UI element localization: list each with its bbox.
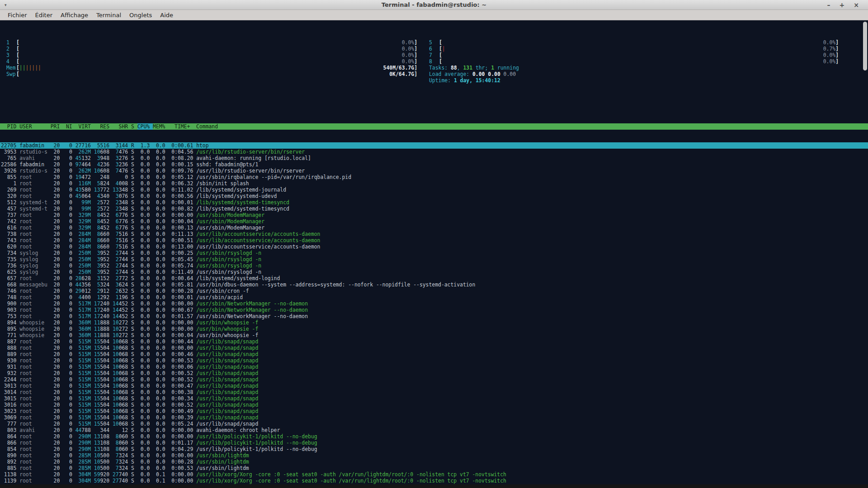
cpu-meter-8: 8[0.0%]: [427, 58, 839, 65]
process-row[interactable]: 748 root 20 0 4400 1292 1196 S 0.0 0.0 0…: [0, 294, 868, 300]
window-controls: –+×: [827, 2, 868, 8]
tasks-line: Tasks: 88, 131 thr; 1 running: [427, 65, 839, 71]
process-row[interactable]: 3013 root 20 0 515M 15504 10068 S 0.0 0.…: [0, 383, 868, 389]
process-list: 22705 fabadmin 20 0 27716 5516 3144 R 1.…: [0, 142, 868, 488]
process-row[interactable]: 854 root 20 0 290M 13108 8060 S 0.0 0.0 …: [0, 446, 868, 452]
process-row[interactable]: 625 syslog 20 0 250M 3952 2744 S 0.0 0.0…: [0, 269, 868, 275]
process-row[interactable]: 738 root 20 0 284M 8660 7516 S 0.0 0.0 0…: [0, 231, 868, 237]
process-row[interactable]: 3016 root 20 0 515M 15504 10068 S 0.0 0.…: [0, 402, 868, 408]
menu-item-aide[interactable]: Aide: [156, 11, 177, 19]
process-row[interactable]: 457 systemd-t 20 0 99M 2572 2348 S 0.0 0…: [0, 206, 868, 212]
swap-meter: Swp[0K/64.7G]: [5, 71, 417, 77]
process-row[interactable]: 888 root 20 0 515M 15504 10068 S 0.0 0.0…: [0, 345, 868, 351]
minimize-button[interactable]: –: [827, 2, 830, 8]
process-row[interactable]: 737 root 20 0 329M 8452 6776 S 0.0 0.0 0…: [0, 212, 868, 218]
window-menu-icon[interactable]: ▾: [5, 3, 7, 7]
process-row[interactable]: 887 root 20 0 515M 15504 10068 S 0.0 0.0…: [0, 338, 868, 345]
menu-item-diter[interactable]: Éditer: [31, 11, 57, 19]
process-row[interactable]: 864 root 20 0 290M 13108 8060 S 0.0 0.0 …: [0, 433, 868, 440]
cpu-meter-3: 3[0.0%]: [5, 52, 417, 58]
process-row[interactable]: 866 root 20 0 290M 13108 8060 S 0.0 0.0 …: [0, 440, 868, 446]
process-row[interactable]: 777 root 20 0 515M 15504 10068 S 0.0 0.0…: [0, 421, 868, 427]
process-row[interactable]: 3953 rstudio-s 20 0 262M 10608 7476 S 0.…: [0, 149, 868, 155]
uptime-line: Uptime: 1 day, 15:40:12: [427, 77, 839, 84]
process-row[interactable]: 3015 root 20 0 515M 15504 10068 S 0.0 0.…: [0, 395, 868, 402]
process-row[interactable]: 771 whoopsie 20 0 360M 11888 10272 S 0.0…: [0, 332, 868, 338]
process-row[interactable]: 1139 root 20 0 304M 59920 27740 S 0.0 0.…: [0, 478, 868, 484]
cpu-meter-6: 6[|0.7%]: [427, 46, 839, 52]
table-header[interactable]: PID USER PRI NI VIRT RES SHR S CPU% MEM%…: [0, 123, 868, 130]
scrollbar[interactable]: [862, 21, 868, 484]
process-row[interactable]: 734 syslog 20 0 250M 3952 2744 S 0.0 0.0…: [0, 250, 868, 256]
process-row[interactable]: 932 root 20 0 515M 15504 10068 S 0.0 0.0…: [0, 370, 868, 376]
process-row[interactable]: 855 root 20 0 19472 248 0 S 0.0 0.0 0:05…: [0, 174, 868, 180]
process-row[interactable]: 903 root 20 0 517M 17240 14452 S 0.0 0.0…: [0, 307, 868, 313]
titlebar[interactable]: ▾ Terminal - fabadmin@rstudio: ~ –+×: [0, 0, 868, 10]
process-row[interactable]: 620 root 20 0 284M 8660 7516 S 0.0 0.0 0…: [0, 244, 868, 250]
process-row[interactable]: 895 whoopsie 20 0 360M 11888 10272 S 0.0…: [0, 326, 868, 332]
process-row[interactable]: 735 syslog 20 0 250M 3952 2744 S 0.0 0.0…: [0, 256, 868, 263]
menu-item-onglets[interactable]: Onglets: [125, 11, 156, 19]
cpu-meter-7: 7[0.0%]: [427, 52, 839, 58]
cpu-meter-5: 5[0.0%]: [427, 39, 839, 46]
process-row[interactable]: 22586 fabadmin 20 0 97464 4236 3236 S 0.…: [0, 161, 868, 168]
process-row[interactable]: 2244 root 20 0 515M 15504 10068 S 0.0 0.…: [0, 376, 868, 383]
process-row[interactable]: 900 root 20 0 517M 17240 14452 S 0.0 0.0…: [0, 300, 868, 307]
process-row[interactable]: 889 root 20 0 515M 15504 10068 S 0.0 0.0…: [0, 351, 868, 357]
scrollbar-thumb[interactable]: [863, 22, 867, 70]
window-bottom-edge: [0, 484, 868, 488]
process-row[interactable]: 3014 root 20 0 515M 15504 10068 S 0.0 0.…: [0, 389, 868, 395]
menu-item-terminal[interactable]: Terminal: [92, 11, 125, 19]
cpu-meter-2: 2[0.0%]: [5, 46, 417, 52]
process-row[interactable]: 890 root 20 0 285M 10500 7324 S 0.0 0.0 …: [0, 452, 868, 459]
process-row[interactable]: 803 avahi 20 0 44788 344 12 S 0.0 0.0 0:…: [0, 427, 868, 433]
process-row[interactable]: 930 root 20 0 515M 15504 10068 S 0.0 0.0…: [0, 357, 868, 364]
meters-right-column: 5[0.0%]6[|0.7%]7[0.0%]8[0.0%]Tasks: 88, …: [427, 39, 839, 84]
process-row[interactable]: 1138 root 20 0 304M 59920 27740 S 0.0 0.…: [0, 471, 868, 478]
window-title: Terminal - fabadmin@rstudio: ~: [0, 1, 868, 8]
process-row[interactable]: 894 whoopsie 20 0 360M 11888 10272 S 0.0…: [0, 319, 868, 326]
process-row[interactable]: 657 root 20 0 28628 3152 2772 S 0.0 0.0 …: [0, 275, 868, 282]
process-row[interactable]: 743 root 20 0 284M 8660 7516 S 0.0 0.0 0…: [0, 237, 868, 244]
process-row[interactable]: 892 root 20 0 285M 10500 7324 S 0.0 0.0 …: [0, 459, 868, 465]
close-button[interactable]: ×: [854, 2, 859, 8]
process-row[interactable]: 742 root 20 0 329M 8452 6776 S 0.0 0.0 0…: [0, 218, 868, 225]
process-row[interactable]: 3069 root 20 0 515M 15504 10068 S 0.0 0.…: [0, 414, 868, 421]
load-average-line: Load average: 0.00 0.00 0.00: [427, 71, 839, 77]
menu-item-affichage[interactable]: Affichage: [57, 11, 92, 19]
terminal-window: ▾ Terminal - fabadmin@rstudio: ~ –+× Fic…: [0, 0, 868, 488]
process-row[interactable]: 616 root 20 0 329M 8452 6776 S 0.0 0.0 0…: [0, 225, 868, 231]
process-row[interactable]: 3926 rstudio-s 20 0 262M 10608 7476 S 0.…: [0, 168, 868, 174]
process-row[interactable]: 746 root 20 0 29012 2912 2632 S 0.0 0.0 …: [0, 288, 868, 294]
memory-meter: Mem[|||||||540M/63.7G]: [5, 65, 417, 71]
process-row[interactable]: 3023 root 20 0 515M 15504 10068 S 0.0 0.…: [0, 408, 868, 414]
htop-meters: 1[0.0%]2[0.0%]3[0.0%]4[0.0%]Mem[|||||||5…: [0, 33, 868, 84]
cpu-meter-4: 4[0.0%]: [5, 58, 417, 65]
process-row[interactable]: 269 root 20 0 43580 13772 13348 S 0.0 0.…: [0, 187, 868, 193]
process-row[interactable]: 668 messagebu 20 0 44356 5324 3624 S 0.0…: [0, 282, 868, 288]
process-row[interactable]: 512 systemd-t 20 0 99M 2572 2348 S 0.0 0…: [0, 199, 868, 206]
maximize-button[interactable]: +: [840, 2, 845, 8]
process-row[interactable]: 320 root 20 0 45064 4340 3076 S 0.0 0.0 …: [0, 193, 868, 199]
terminal-content: 1[0.0%]2[0.0%]3[0.0%]4[0.0%]Mem[|||||||5…: [0, 20, 868, 484]
process-row[interactable]: 22705 fabadmin 20 0 27716 5516 3144 R 1.…: [0, 142, 868, 149]
process-row[interactable]: 765 avahi 20 0 45132 3948 3276 S 0.0 0.0…: [0, 155, 868, 161]
menu-item-fichier[interactable]: Fichier: [4, 11, 31, 19]
process-row[interactable]: 753 root 20 0 517M 17240 14452 S 0.0 0.0…: [0, 313, 868, 319]
process-table: PID USER PRI NI VIRT RES SHR S CPU% MEM%…: [0, 111, 868, 488]
menubar: FichierÉditerAffichageTerminalOngletsAid…: [0, 10, 868, 20]
process-row[interactable]: 885 root 20 0 285M 10500 7324 S 0.0 0.0 …: [0, 465, 868, 471]
process-row[interactable]: 736 syslog 20 0 250M 3952 2744 S 0.0 0.0…: [0, 263, 868, 269]
meters-left-column: 1[0.0%]2[0.0%]3[0.0%]4[0.0%]Mem[|||||||5…: [5, 39, 417, 84]
process-row[interactable]: 1 root 20 0 116M 5824 4008 S 0.0 0.0 0:0…: [0, 180, 868, 187]
cpu-meter-1: 1[0.0%]: [5, 39, 417, 46]
process-row[interactable]: 931 root 20 0 515M 15504 10068 S 0.0 0.0…: [0, 364, 868, 370]
